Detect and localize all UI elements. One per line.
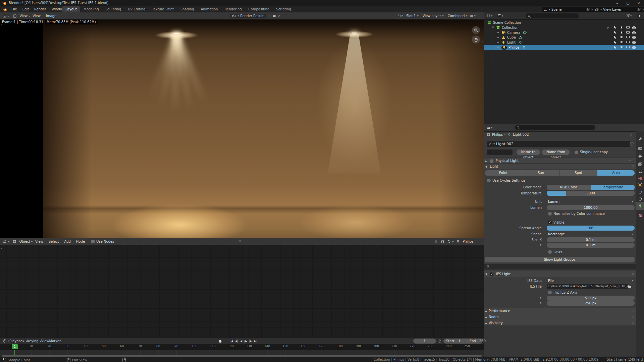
single-user-radio[interactable] (575, 150, 578, 154)
eye-toggle-icon[interactable] (620, 40, 624, 44)
ies-enable-checkbox[interactable]: ✓ (490, 273, 493, 276)
properties-tab-render[interactable] (636, 144, 644, 152)
section-nodes[interactable]: ►Nodes∷ (484, 314, 636, 320)
timeline-menu-marker[interactable]: Marker (49, 339, 61, 343)
cursor-toggle-icon[interactable] (613, 40, 617, 44)
show-light-groups-button[interactable]: Show Light Groups (485, 257, 635, 262)
cursor-toggle-icon[interactable] (613, 35, 617, 39)
temperature-slider[interactable]: 3000 (547, 191, 635, 196)
eye-toggle-icon[interactable] (620, 25, 624, 29)
shader-menu-add[interactable]: Add (62, 240, 73, 243)
editor-mode-dropdown[interactable]: View▾ (9, 14, 30, 18)
stopwatch-icon[interactable] (438, 339, 442, 343)
browse-folder-icon[interactable] (628, 284, 632, 289)
shader-menu-select[interactable]: Select (46, 240, 62, 243)
cursor-toggle-icon[interactable] (613, 25, 617, 29)
copy-icon[interactable] (586, 8, 590, 11)
tab-modeling[interactable]: Modeling (80, 6, 102, 12)
screen-toggle-icon[interactable] (626, 31, 630, 35)
ies-data-dropdown[interactable]: File ▾ (547, 278, 635, 283)
screen-toggle-icon[interactable] (626, 40, 630, 44)
timeline-menu-keying[interactable]: Keying ▾ (27, 339, 41, 343)
tab-uv-editing[interactable]: UV Editing (124, 6, 149, 12)
pin-icon[interactable] (238, 240, 242, 243)
spread-angle-slider[interactable]: 90° (547, 226, 635, 231)
unit-dropdown[interactable]: Lumen ▾ (547, 199, 635, 204)
display-channels-icon[interactable] (470, 14, 474, 18)
properties-tab-output[interactable] (636, 152, 644, 160)
tab-layout[interactable]: Layout (62, 6, 80, 12)
slot-icon[interactable] (434, 240, 438, 243)
frame-ruler[interactable]: 1102030405060708090100110120130140150160… (0, 344, 484, 350)
checkbox-toggle-icon[interactable] (606, 25, 610, 29)
laser-checkbox[interactable] (548, 250, 552, 254)
pin-image-icon[interactable]: ◦ (268, 14, 270, 18)
camera-toggle-icon[interactable] (632, 31, 636, 35)
jump-to-start-button[interactable]: |◀ (229, 340, 234, 343)
slot-dropdown[interactable]: Slot 1 (403, 14, 417, 18)
current-frame-marker[interactable]: 1 (12, 344, 18, 349)
properties-tab-view-layer[interactable] (636, 160, 644, 168)
name-to-object-button[interactable]: Name to object (517, 149, 540, 155)
eye-toggle-icon[interactable] (620, 31, 624, 35)
timeline-menu-view[interactable]: View (41, 339, 49, 343)
light-type-point[interactable]: Point (485, 170, 522, 176)
menu-file[interactable]: File (9, 6, 20, 12)
tab-sculpting[interactable]: Sculpting (102, 6, 125, 12)
disclosure-icon[interactable]: ▼ (492, 26, 496, 29)
blender-menu-icon[interactable] (3, 7, 7, 12)
section-visibility[interactable]: ►Visibility∷ (484, 320, 636, 326)
shader-menu-view[interactable]: View (33, 240, 46, 243)
image-name[interactable]: Render Result (240, 14, 264, 18)
image-menu-view[interactable]: View (30, 14, 43, 18)
use-cycles-checkbox[interactable] (487, 179, 491, 182)
editor-type-image-icon[interactable]: ▾ (0, 14, 9, 18)
light-group-field[interactable] (484, 264, 636, 269)
color-mode-temperature[interactable]: Temperature (591, 185, 635, 190)
color-mode-rgb-color[interactable]: RGB Color (547, 185, 591, 190)
outliner-row-camera[interactable]: ►Camera (484, 30, 644, 35)
ies-x-field[interactable]: 512 px (547, 296, 635, 301)
properties-tab-tool[interactable] (636, 135, 644, 143)
pass-dropdown[interactable]: Combined (444, 14, 466, 18)
outliner-row-scene-collection[interactable]: Scene Collection (484, 20, 644, 25)
fake-user-shield-icon[interactable] (630, 142, 634, 146)
normalize-checkbox[interactable] (548, 212, 552, 216)
light-type-area[interactable]: Area (597, 170, 635, 176)
light-type-spot[interactable]: Spot (560, 170, 597, 176)
end-value[interactable]: 250 (476, 339, 486, 343)
custom-name-field[interactable]: + (487, 149, 513, 155)
lumen-field[interactable]: 1000.00 (547, 205, 635, 210)
tab-animation[interactable]: Animation (198, 6, 221, 12)
breadcrumb-data[interactable]: Light.002 (513, 133, 529, 136)
render-slot-icon[interactable] (397, 14, 401, 18)
zoom-button[interactable] (472, 26, 480, 34)
menu-render[interactable]: Render (32, 6, 49, 12)
tab-compositing[interactable]: Compositing (245, 6, 273, 12)
properties-icon-dropdown[interactable]: ▾ (487, 126, 492, 130)
section-light[interactable]: ▼ Light ∷ (484, 163, 636, 169)
outliner-row-collection[interactable]: ▼Collection (484, 25, 644, 30)
pin-icon[interactable] (629, 133, 633, 137)
flip-ies-checkbox[interactable] (548, 291, 552, 294)
properties-search[interactable] (515, 125, 595, 130)
image-browse-icon[interactable] (232, 14, 236, 18)
region-collapse-icon[interactable]: ‹ (482, 40, 483, 43)
section-physical-light[interactable]: ► Physical Light ≡ ∷ (484, 158, 636, 164)
jump-to-end-button[interactable]: ▶| (253, 340, 257, 343)
snap-icon[interactable] (441, 240, 444, 243)
copy-icon[interactable] (637, 8, 641, 11)
overlay-dropdown[interactable]: ▾ (447, 240, 453, 244)
close-button[interactable]: ✕ (633, 0, 644, 6)
play-reverse-button[interactable]: ◀ (239, 340, 243, 343)
filter-dropdown[interactable]: ▾ (626, 14, 632, 17)
auto-key-record-icon[interactable]: ● (219, 339, 222, 343)
unlink-image-icon[interactable]: ✕ (278, 14, 281, 18)
tab-scripting[interactable]: Scripting (273, 6, 294, 12)
editor-type-shader-icon[interactable]: ▾ (0, 240, 9, 244)
light-name-field[interactable]: ▾ Light.002 (487, 141, 630, 147)
pan-button[interactable] (472, 36, 480, 44)
next-keyframe-button[interactable]: |▶ (248, 340, 253, 343)
cursor-toggle-icon[interactable] (613, 31, 617, 35)
layer-dropdown[interactable]: View Layer (419, 14, 442, 18)
